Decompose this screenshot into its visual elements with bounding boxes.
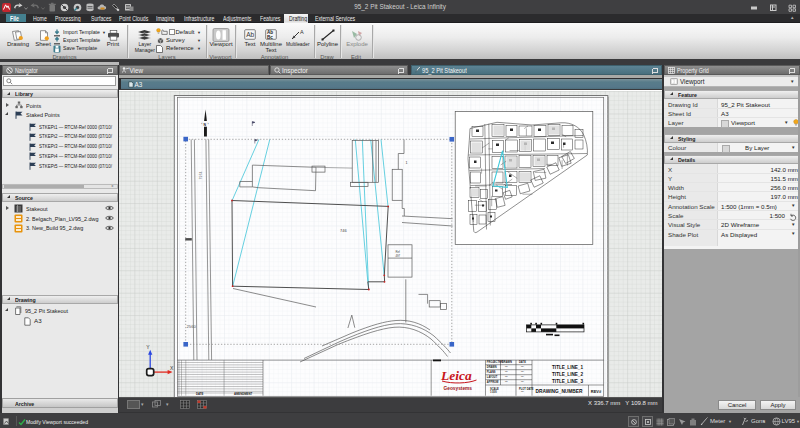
svg-text:Ab: Ab	[246, 30, 254, 37]
svg-text:DATE: DATE	[196, 392, 204, 396]
svg-text:—: —	[521, 376, 524, 379]
svg-text:1: 1	[406, 160, 408, 164]
svg-text:DRAWN: DRAWN	[487, 365, 497, 369]
svg-text:TITLE_LINE_1: TITLE_LINE_1	[552, 365, 583, 370]
svg-text:TITLE_LINE_2: TITLE_LINE_2	[552, 372, 583, 377]
svg-text:A: A	[300, 29, 304, 35]
svg-text:REV#: REV#	[591, 388, 602, 393]
svg-text:LAYOUT: LAYOUT	[487, 375, 498, 379]
svg-text:Leica: Leica	[440, 367, 472, 382]
svg-text:—: —	[521, 371, 524, 374]
svg-text:Geosystems: Geosystems	[444, 386, 473, 391]
svg-text:SCALE: SCALE	[490, 386, 499, 390]
svg-text:PLOT DATE: PLOT DATE	[519, 386, 534, 390]
svg-text:DATE: DATE	[519, 360, 526, 364]
svg-text:Bc: Bc	[267, 34, 273, 39]
svg-text:—: —	[505, 371, 508, 374]
svg-text:7974: 7974	[199, 171, 203, 179]
svg-text:2560: 2560	[187, 324, 197, 329]
svg-text:APPROW: APPROW	[487, 380, 499, 384]
svg-text:›: ›	[208, 122, 209, 126]
svg-text:—: —	[505, 366, 508, 369]
svg-text:1:500: 1:500	[490, 389, 497, 393]
svg-text:TITLE_LINE_3: TITLE_LINE_3	[552, 379, 583, 384]
svg-text:—: —	[505, 376, 508, 379]
svg-text:—: —	[505, 381, 508, 384]
svg-text:DRAWN: DRAWN	[502, 360, 512, 364]
svg-text:DRAWING_NUMBER: DRAWING_NUMBER	[536, 389, 583, 394]
svg-text:746: 746	[340, 227, 347, 232]
svg-text:PROJECTNR: PROJECTNR	[487, 360, 503, 364]
svg-text:497: 497	[396, 253, 401, 257]
svg-text:—: —	[521, 390, 524, 393]
svg-text:AMENDMENT: AMENDMENT	[234, 392, 252, 396]
svg-text:—: —	[521, 366, 524, 369]
svg-text:—: —	[521, 381, 524, 384]
svg-text:‹: ‹	[201, 122, 202, 126]
svg-text:PLANS: PLANS	[487, 370, 496, 374]
